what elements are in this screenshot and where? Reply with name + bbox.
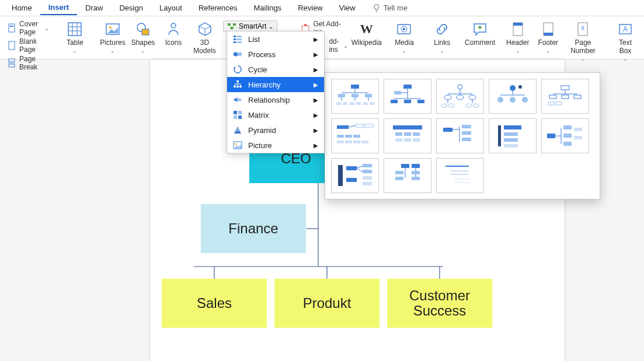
svg-rect-54 bbox=[239, 86, 242, 87]
svg-rect-167 bbox=[401, 164, 409, 168]
smartart-button[interactable]: SmartArt ⌄ bbox=[223, 20, 277, 32]
blank-page-icon bbox=[7, 41, 16, 50]
smartart-menu-picture[interactable]: Picture▶ bbox=[227, 138, 324, 153]
diagram-node-produkt[interactable]: Produkt bbox=[274, 279, 380, 328]
tab-layout[interactable]: Layout bbox=[151, 1, 190, 15]
3d-models-button[interactable]: 3D Models⌄ bbox=[189, 19, 221, 64]
3d-models-label: 3D Models bbox=[192, 38, 217, 55]
smartart-menu-pyramid[interactable]: Pyramid▶ bbox=[227, 122, 324, 138]
tab-review[interactable]: Review bbox=[290, 1, 331, 15]
pictures-button[interactable]: Pictures⌄ bbox=[98, 19, 128, 56]
menu-label: Cycle bbox=[248, 65, 267, 74]
media-button[interactable]: Media⌄ bbox=[389, 19, 419, 56]
tab-home[interactable]: Home bbox=[4, 1, 40, 15]
ribbon-tabs: Home Insert Draw Design Layout Reference… bbox=[0, 0, 644, 16]
svg-point-15 bbox=[171, 23, 176, 28]
svg-rect-148 bbox=[504, 138, 518, 142]
hierarchy-thumb-9[interactable] bbox=[489, 118, 537, 153]
svg-rect-87 bbox=[394, 91, 401, 94]
hierarchy-thumb-12[interactable] bbox=[384, 158, 431, 193]
tab-references[interactable]: References bbox=[190, 1, 245, 15]
page-break-icon bbox=[7, 58, 16, 68]
svg-rect-83 bbox=[356, 102, 361, 105]
menu-label: Hierarchy bbox=[248, 80, 281, 89]
hierarchy-thumb-4[interactable] bbox=[489, 79, 537, 114]
cycle-icon bbox=[233, 65, 242, 74]
tab-mailings[interactable]: Mailings bbox=[245, 1, 290, 15]
hierarchy-thumb-3[interactable] bbox=[436, 79, 484, 114]
icons-button[interactable]: Icons bbox=[158, 19, 189, 49]
hierarchy-thumb-11[interactable] bbox=[331, 158, 379, 193]
smartart-menu-hierarchy[interactable]: Hierarchy▶ bbox=[227, 77, 324, 92]
svg-point-107 bbox=[518, 85, 522, 89]
comment-button[interactable]: Comment bbox=[465, 19, 495, 49]
hierarchy-thumb-13[interactable] bbox=[436, 158, 484, 193]
svg-rect-1 bbox=[10, 26, 13, 27]
hierarchy-thumb-8[interactable] bbox=[436, 118, 484, 153]
svg-rect-126 bbox=[345, 135, 352, 138]
hierarchy-thumb-10[interactable] bbox=[541, 118, 589, 153]
diagram-node-finance[interactable]: Finance bbox=[201, 204, 306, 253]
menu-label: Matrix bbox=[248, 111, 269, 120]
tell-me-search[interactable]: Tell me bbox=[364, 1, 416, 15]
list-icon bbox=[233, 34, 242, 44]
svg-rect-42 bbox=[234, 36, 236, 37]
svg-rect-122 bbox=[356, 124, 364, 127]
wikipedia-icon: W bbox=[360, 22, 373, 37]
svg-rect-3 bbox=[9, 59, 15, 62]
svg-rect-144 bbox=[462, 138, 471, 141]
page-break-button[interactable]: Page Break bbox=[7, 55, 49, 71]
svg-rect-47 bbox=[236, 41, 242, 43]
svg-rect-143 bbox=[462, 131, 471, 135]
smartart-label: SmartArt bbox=[239, 22, 266, 30]
smartart-menu-relationship[interactable]: Relationship▶ bbox=[227, 92, 324, 107]
hierarchy-icon bbox=[233, 80, 242, 89]
diagram-node-customer[interactable]: Customer Success bbox=[387, 279, 492, 328]
table-button[interactable]: Table⌄ bbox=[60, 19, 90, 56]
svg-rect-62 bbox=[234, 111, 237, 114]
smartart-menu-matrix[interactable]: Matrix▶ bbox=[227, 107, 324, 122]
svg-marker-66 bbox=[234, 127, 241, 134]
shapes-button[interactable]: Shapes⌄ bbox=[128, 19, 158, 56]
links-button[interactable]: Links⌄ bbox=[427, 19, 457, 56]
svg-rect-86 bbox=[403, 85, 412, 89]
hierarchy-thumb-1[interactable] bbox=[331, 79, 379, 114]
header-button[interactable]: Header⌄ bbox=[503, 19, 533, 56]
hierarchy-thumb-5[interactable] bbox=[541, 79, 589, 114]
wikipedia-button[interactable]: W Wikipedia bbox=[351, 19, 382, 49]
svg-rect-157 bbox=[574, 136, 582, 139]
svg-rect-137 bbox=[404, 138, 411, 142]
diagram-node-sales[interactable]: Sales bbox=[162, 279, 267, 328]
svg-rect-51 bbox=[236, 80, 239, 82]
hierarchy-thumb-7[interactable] bbox=[384, 118, 431, 153]
smartart-menu-process[interactable]: Process▶ bbox=[227, 47, 324, 62]
blank-page-button[interactable]: Blank Page bbox=[7, 37, 49, 54]
svg-rect-163 bbox=[363, 170, 372, 173]
hierarchy-thumb-2[interactable] bbox=[384, 79, 431, 114]
svg-rect-4 bbox=[9, 64, 15, 67]
cover-page-button[interactable]: Cover Page⌄ bbox=[7, 20, 49, 36]
addins-label: dd-ins bbox=[329, 37, 339, 54]
svg-rect-131 bbox=[361, 141, 368, 143]
tab-design[interactable]: Design bbox=[111, 1, 151, 15]
svg-rect-147 bbox=[504, 132, 518, 136]
svg-rect-82 bbox=[350, 102, 354, 105]
table-icon bbox=[67, 21, 83, 37]
svg-rect-2 bbox=[9, 41, 15, 50]
svg-rect-149 bbox=[504, 144, 518, 148]
smartart-menu-list[interactable]: List▶ bbox=[227, 31, 324, 47]
smartart-menu-cycle[interactable]: Cycle▶ bbox=[227, 62, 324, 77]
svg-marker-48 bbox=[234, 51, 238, 57]
page-number-button[interactable]: # Page Number⌄ bbox=[563, 19, 603, 64]
tab-draw[interactable]: Draw bbox=[77, 1, 111, 15]
svg-point-112 bbox=[522, 97, 528, 103]
hierarchy-thumb-6[interactable] bbox=[331, 118, 379, 153]
svg-rect-45 bbox=[236, 38, 242, 40]
text-box-button[interactable]: A Text Box⌄ bbox=[610, 19, 640, 64]
addins-button[interactable]: dd-ins⌄ bbox=[329, 37, 347, 54]
svg-rect-118 bbox=[574, 95, 581, 99]
footer-button[interactable]: Footer⌄ bbox=[533, 19, 563, 56]
tab-view[interactable]: View bbox=[331, 1, 364, 15]
menu-label: Pyramid bbox=[248, 126, 276, 135]
tab-insert[interactable]: Insert bbox=[40, 1, 77, 15]
